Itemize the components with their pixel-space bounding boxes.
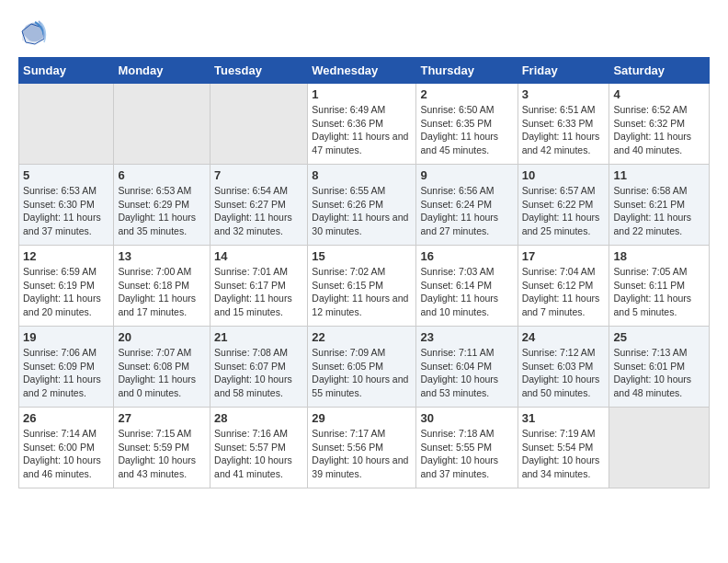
- day-number: 19: [23, 330, 109, 344]
- cell-content: Sunrise: 7:13 AM Sunset: 6:01 PM Dayligh…: [613, 346, 705, 400]
- calendar-cell: 7 Sunrise: 6:54 AM Sunset: 6:27 PM Dayli…: [210, 165, 308, 246]
- calendar-cell: 14 Sunrise: 7:01 AM Sunset: 6:17 PM Dayl…: [210, 246, 308, 327]
- day-number: 10: [522, 168, 606, 182]
- logo: [18, 18, 50, 48]
- calendar-cell: 9 Sunrise: 6:56 AM Sunset: 6:24 PM Dayli…: [416, 165, 518, 246]
- day-header-thursday: Thursday: [416, 58, 518, 84]
- calendar-cell: 18 Sunrise: 7:05 AM Sunset: 6:11 PM Dayl…: [609, 246, 710, 327]
- cell-content: Sunrise: 7:02 AM Sunset: 6:15 PM Dayligh…: [312, 265, 412, 319]
- cell-content: Sunrise: 7:00 AM Sunset: 6:18 PM Dayligh…: [118, 265, 206, 319]
- cell-content: Sunrise: 7:08 AM Sunset: 6:07 PM Dayligh…: [214, 346, 303, 400]
- calendar-week-row: 5 Sunrise: 6:53 AM Sunset: 6:30 PM Dayli…: [19, 165, 710, 246]
- day-number: 9: [420, 168, 513, 182]
- day-number: 31: [522, 411, 606, 425]
- day-header-friday: Friday: [518, 58, 609, 84]
- calendar-cell: 25 Sunrise: 7:13 AM Sunset: 6:01 PM Dayl…: [609, 327, 710, 408]
- day-number: 27: [118, 411, 206, 425]
- cell-content: Sunrise: 7:15 AM Sunset: 5:59 PM Dayligh…: [118, 427, 206, 481]
- calendar-week-row: 1 Sunrise: 6:49 AM Sunset: 6:36 PM Dayli…: [19, 84, 710, 165]
- day-number: 7: [214, 168, 303, 182]
- cell-content: Sunrise: 7:04 AM Sunset: 6:12 PM Dayligh…: [522, 265, 606, 319]
- cell-content: Sunrise: 7:05 AM Sunset: 6:11 PM Dayligh…: [613, 265, 705, 319]
- page-header: [18, 18, 710, 48]
- calendar-cell: 3 Sunrise: 6:51 AM Sunset: 6:33 PM Dayli…: [518, 84, 609, 165]
- cell-content: Sunrise: 6:57 AM Sunset: 6:22 PM Dayligh…: [522, 184, 606, 238]
- cell-content: Sunrise: 7:16 AM Sunset: 5:57 PM Dayligh…: [214, 427, 303, 481]
- day-number: 29: [312, 411, 412, 425]
- day-number: 23: [420, 330, 513, 344]
- calendar-cell: 26 Sunrise: 7:14 AM Sunset: 6:00 PM Dayl…: [19, 408, 114, 488]
- calendar-cell: 22 Sunrise: 7:09 AM Sunset: 6:05 PM Dayl…: [308, 327, 416, 408]
- cell-content: Sunrise: 6:52 AM Sunset: 6:32 PM Dayligh…: [613, 103, 705, 157]
- calendar-cell: 31 Sunrise: 7:19 AM Sunset: 5:54 PM Dayl…: [518, 408, 609, 488]
- calendar-cell: 6 Sunrise: 6:53 AM Sunset: 6:29 PM Dayli…: [114, 165, 210, 246]
- day-number: 20: [118, 330, 206, 344]
- cell-content: Sunrise: 7:07 AM Sunset: 6:08 PM Dayligh…: [118, 346, 206, 400]
- day-number: 3: [522, 87, 606, 101]
- calendar-cell: 24 Sunrise: 7:12 AM Sunset: 6:03 PM Dayl…: [518, 327, 609, 408]
- calendar-cell: [19, 84, 114, 165]
- cell-content: Sunrise: 7:19 AM Sunset: 5:54 PM Dayligh…: [522, 427, 606, 481]
- cell-content: Sunrise: 6:50 AM Sunset: 6:35 PM Dayligh…: [420, 103, 513, 157]
- day-number: 16: [420, 249, 513, 263]
- cell-content: Sunrise: 6:53 AM Sunset: 6:29 PM Dayligh…: [118, 184, 206, 238]
- day-number: 14: [214, 249, 303, 263]
- calendar-cell: 29 Sunrise: 7:17 AM Sunset: 5:56 PM Dayl…: [308, 408, 416, 488]
- day-number: 11: [613, 168, 705, 182]
- calendar-cell: [114, 84, 210, 165]
- cell-content: Sunrise: 7:14 AM Sunset: 6:00 PM Dayligh…: [23, 427, 109, 481]
- cell-content: Sunrise: 6:59 AM Sunset: 6:19 PM Dayligh…: [23, 265, 109, 319]
- day-number: 5: [23, 168, 109, 182]
- calendar-cell: 8 Sunrise: 6:55 AM Sunset: 6:26 PM Dayli…: [308, 165, 416, 246]
- cell-content: Sunrise: 6:51 AM Sunset: 6:33 PM Dayligh…: [522, 103, 606, 157]
- day-number: 12: [23, 249, 109, 263]
- day-number: 28: [214, 411, 303, 425]
- day-header-saturday: Saturday: [609, 58, 710, 84]
- cell-content: Sunrise: 6:55 AM Sunset: 6:26 PM Dayligh…: [312, 184, 412, 238]
- calendar-week-row: 12 Sunrise: 6:59 AM Sunset: 6:19 PM Dayl…: [19, 246, 710, 327]
- day-number: 24: [522, 330, 606, 344]
- calendar-cell: 17 Sunrise: 7:04 AM Sunset: 6:12 PM Dayl…: [518, 246, 609, 327]
- day-header-wednesday: Wednesday: [308, 58, 416, 84]
- cell-content: Sunrise: 6:56 AM Sunset: 6:24 PM Dayligh…: [420, 184, 513, 238]
- cell-content: Sunrise: 7:11 AM Sunset: 6:04 PM Dayligh…: [420, 346, 513, 400]
- calendar-cell: 4 Sunrise: 6:52 AM Sunset: 6:32 PM Dayli…: [609, 84, 710, 165]
- cell-content: Sunrise: 7:17 AM Sunset: 5:56 PM Dayligh…: [312, 427, 412, 481]
- day-header-sunday: Sunday: [19, 58, 114, 84]
- calendar-cell: 15 Sunrise: 7:02 AM Sunset: 6:15 PM Dayl…: [308, 246, 416, 327]
- calendar-cell: 20 Sunrise: 7:07 AM Sunset: 6:08 PM Dayl…: [114, 327, 210, 408]
- cell-content: Sunrise: 7:09 AM Sunset: 6:05 PM Dayligh…: [312, 346, 412, 400]
- calendar-cell: 28 Sunrise: 7:16 AM Sunset: 5:57 PM Dayl…: [210, 408, 308, 488]
- calendar-cell: 27 Sunrise: 7:15 AM Sunset: 5:59 PM Dayl…: [114, 408, 210, 488]
- calendar-cell: 1 Sunrise: 6:49 AM Sunset: 6:36 PM Dayli…: [308, 84, 416, 165]
- calendar-cell: 10 Sunrise: 6:57 AM Sunset: 6:22 PM Dayl…: [518, 165, 609, 246]
- day-header-monday: Monday: [114, 58, 210, 84]
- calendar-cell: 16 Sunrise: 7:03 AM Sunset: 6:14 PM Dayl…: [416, 246, 518, 327]
- day-header-tuesday: Tuesday: [210, 58, 308, 84]
- day-number: 8: [312, 168, 412, 182]
- day-number: 22: [312, 330, 412, 344]
- cell-content: Sunrise: 6:49 AM Sunset: 6:36 PM Dayligh…: [312, 103, 412, 157]
- day-number: 25: [613, 330, 705, 344]
- logo-icon: [18, 18, 48, 48]
- day-number: 13: [118, 249, 206, 263]
- cell-content: Sunrise: 7:06 AM Sunset: 6:09 PM Dayligh…: [23, 346, 109, 400]
- calendar-cell: 2 Sunrise: 6:50 AM Sunset: 6:35 PM Dayli…: [416, 84, 518, 165]
- calendar-table: SundayMondayTuesdayWednesdayThursdayFrid…: [18, 57, 710, 488]
- cell-content: Sunrise: 7:12 AM Sunset: 6:03 PM Dayligh…: [522, 346, 606, 400]
- calendar-week-row: 26 Sunrise: 7:14 AM Sunset: 6:00 PM Dayl…: [19, 408, 710, 488]
- cell-content: Sunrise: 7:01 AM Sunset: 6:17 PM Dayligh…: [214, 265, 303, 319]
- calendar-cell: 23 Sunrise: 7:11 AM Sunset: 6:04 PM Dayl…: [416, 327, 518, 408]
- calendar-cell: 11 Sunrise: 6:58 AM Sunset: 6:21 PM Dayl…: [609, 165, 710, 246]
- day-number: 18: [613, 249, 705, 263]
- calendar-cell: 30 Sunrise: 7:18 AM Sunset: 5:55 PM Dayl…: [416, 408, 518, 488]
- calendar-cell: [609, 408, 710, 488]
- day-number: 21: [214, 330, 303, 344]
- calendar-cell: 13 Sunrise: 7:00 AM Sunset: 6:18 PM Dayl…: [114, 246, 210, 327]
- cell-content: Sunrise: 6:53 AM Sunset: 6:30 PM Dayligh…: [23, 184, 109, 238]
- day-number: 2: [420, 87, 513, 101]
- day-number: 26: [23, 411, 109, 425]
- day-number: 1: [312, 87, 412, 101]
- calendar-cell: 19 Sunrise: 7:06 AM Sunset: 6:09 PM Dayl…: [19, 327, 114, 408]
- day-number: 4: [613, 87, 705, 101]
